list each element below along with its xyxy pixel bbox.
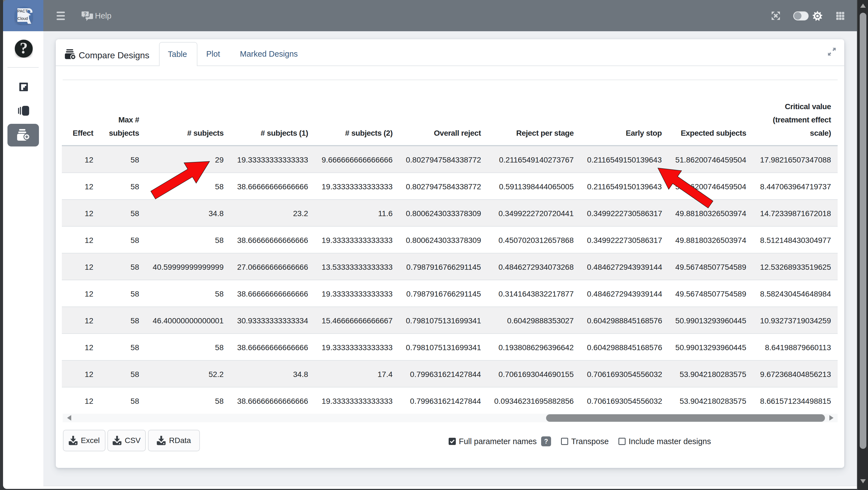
svg-text:PACT: PACT (18, 9, 28, 13)
svg-text:Cloud: Cloud (18, 16, 28, 21)
svg-text:?: ? (20, 39, 28, 57)
svg-text:?: ? (84, 11, 87, 17)
